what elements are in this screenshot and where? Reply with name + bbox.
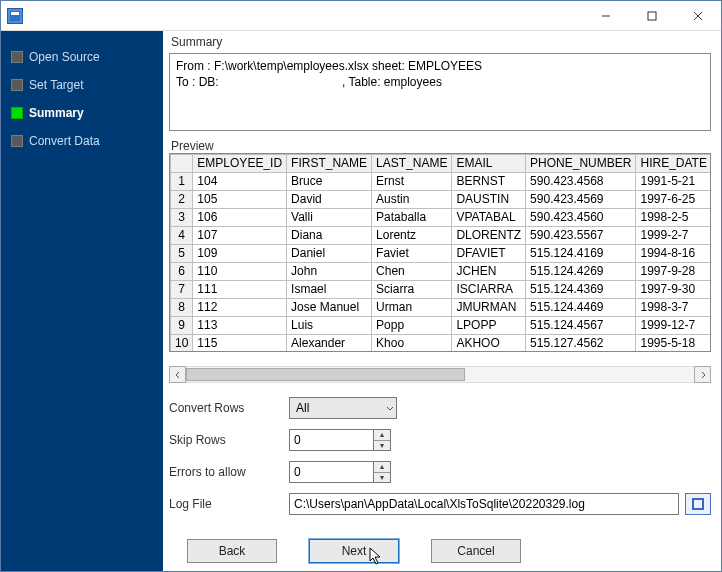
table-cell[interactable]: 1991-5-21 — [636, 172, 711, 190]
log-file-browse-button[interactable] — [685, 493, 711, 515]
table-cell[interactable]: 107 — [193, 226, 287, 244]
table-cell[interactable]: Valli — [287, 208, 372, 226]
table-cell[interactable]: 590.423.5567 — [526, 226, 636, 244]
scroll-thumb[interactable] — [186, 368, 465, 381]
close-button[interactable] — [675, 1, 721, 31]
column-header[interactable]: LAST_NAME — [372, 154, 452, 172]
table-cell[interactable]: 1998-3-7 — [636, 298, 711, 316]
preview-table[interactable]: EMPLOYEE_IDFIRST_NAMELAST_NAMEEMAILPHONE… — [169, 153, 711, 352]
back-button[interactable]: Back — [187, 539, 277, 563]
table-cell[interactable]: BERNST — [452, 172, 526, 190]
table-row[interactable]: 10115AlexanderKhooAKHOO515.127.45621995-… — [171, 334, 712, 352]
row-number[interactable]: 5 — [171, 244, 193, 262]
table-cell[interactable]: Diana — [287, 226, 372, 244]
table-row[interactable]: 9113LuisPoppLPOPP515.124.45671999-12-7FI… — [171, 316, 712, 334]
spinner-up-icon[interactable]: ▲ — [374, 462, 390, 473]
table-cell[interactable]: 111 — [193, 280, 287, 298]
table-cell[interactable]: Chen — [372, 262, 452, 280]
table-cell[interactable]: VPATABAL — [452, 208, 526, 226]
table-cell[interactable]: John — [287, 262, 372, 280]
step-summary[interactable]: Summary — [1, 99, 163, 127]
table-cell[interactable]: 515.124.4169 — [526, 244, 636, 262]
step-open-source[interactable]: Open Source — [1, 43, 163, 71]
table-row[interactable]: 7111IsmaelSciarraISCIARRA515.124.4369199… — [171, 280, 712, 298]
table-cell[interactable]: 1997-9-30 — [636, 280, 711, 298]
skip-rows-spinner[interactable]: ▲ ▼ — [289, 429, 391, 451]
spinner-down-icon[interactable]: ▼ — [374, 473, 390, 483]
table-cell[interactable]: 515.124.4369 — [526, 280, 636, 298]
cancel-button[interactable]: Cancel — [431, 539, 521, 563]
row-number[interactable]: 10 — [171, 334, 193, 352]
table-cell[interactable]: Austin — [372, 190, 452, 208]
log-file-input[interactable] — [289, 493, 679, 515]
table-cell[interactable]: Faviet — [372, 244, 452, 262]
table-cell[interactable]: LPOPP — [452, 316, 526, 334]
preview-horizontal-scrollbar[interactable] — [169, 366, 711, 383]
row-number[interactable]: 4 — [171, 226, 193, 244]
row-number[interactable]: 8 — [171, 298, 193, 316]
table-cell[interactable]: 109 — [193, 244, 287, 262]
scroll-right-icon[interactable] — [694, 366, 711, 383]
table-cell[interactable]: ISCIARRA — [452, 280, 526, 298]
errors-allow-spinner[interactable]: ▲ ▼ — [289, 461, 391, 483]
table-cell[interactable]: 590.423.4569 — [526, 190, 636, 208]
table-cell[interactable]: 1994-8-16 — [636, 244, 711, 262]
next-button[interactable]: Next — [309, 539, 399, 563]
table-row[interactable]: 5109DanielFavietDFAVIET515.124.41691994-… — [171, 244, 712, 262]
row-number[interactable]: 7 — [171, 280, 193, 298]
table-cell[interactable]: Daniel — [287, 244, 372, 262]
column-header[interactable]: EMAIL — [452, 154, 526, 172]
table-cell[interactable]: AKHOO — [452, 334, 526, 352]
table-cell[interactable]: DLORENTZ — [452, 226, 526, 244]
table-cell[interactable]: 1995-5-18 — [636, 334, 711, 352]
scroll-track[interactable] — [186, 366, 694, 383]
table-cell[interactable]: 104 — [193, 172, 287, 190]
table-cell[interactable]: JMURMAN — [452, 298, 526, 316]
spinner-down-icon[interactable]: ▼ — [374, 441, 390, 451]
table-cell[interactable]: 1997-9-28 — [636, 262, 711, 280]
table-cell[interactable]: Lorentz — [372, 226, 452, 244]
table-cell[interactable]: Alexander — [287, 334, 372, 352]
table-cell[interactable]: 112 — [193, 298, 287, 316]
column-header[interactable]: PHONE_NUMBER — [526, 154, 636, 172]
scroll-left-icon[interactable] — [169, 366, 186, 383]
row-number[interactable]: 1 — [171, 172, 193, 190]
table-cell[interactable]: Khoo — [372, 334, 452, 352]
table-cell[interactable]: 515.124.4567 — [526, 316, 636, 334]
table-cell[interactable]: 1998-2-5 — [636, 208, 711, 226]
row-number[interactable]: 3 — [171, 208, 193, 226]
table-cell[interactable]: Sciarra — [372, 280, 452, 298]
minimize-button[interactable] — [583, 1, 629, 31]
table-cell[interactable]: Urman — [372, 298, 452, 316]
column-header[interactable]: HIRE_DATE — [636, 154, 711, 172]
table-cell[interactable]: 515.124.4269 — [526, 262, 636, 280]
convert-rows-select[interactable]: All — [289, 397, 397, 419]
table-cell[interactable]: 110 — [193, 262, 287, 280]
table-row[interactable]: 2105DavidAustinDAUSTIN590.423.45691997-6… — [171, 190, 712, 208]
table-cell[interactable]: 105 — [193, 190, 287, 208]
table-cell[interactable]: 115 — [193, 334, 287, 352]
table-cell[interactable]: Ismael — [287, 280, 372, 298]
skip-rows-input[interactable] — [289, 429, 373, 451]
step-set-target[interactable]: Set Target — [1, 71, 163, 99]
table-cell[interactable]: DFAVIET — [452, 244, 526, 262]
table-row[interactable]: 3106ValliPataballaVPATABAL590.423.456019… — [171, 208, 712, 226]
table-row[interactable]: 6110JohnChenJCHEN515.124.42691997-9-28FI… — [171, 262, 712, 280]
column-header[interactable]: FIRST_NAME — [287, 154, 372, 172]
table-cell[interactable]: David — [287, 190, 372, 208]
table-row[interactable]: 8112Jose ManuelUrmanJMURMAN515.124.44691… — [171, 298, 712, 316]
table-cell[interactable]: 515.127.4562 — [526, 334, 636, 352]
table-cell[interactable]: 590.423.4568 — [526, 172, 636, 190]
spinner-up-icon[interactable]: ▲ — [374, 430, 390, 441]
table-cell[interactable]: Pataballa — [372, 208, 452, 226]
row-number[interactable]: 2 — [171, 190, 193, 208]
maximize-button[interactable] — [629, 1, 675, 31]
table-cell[interactable]: Luis — [287, 316, 372, 334]
table-cell[interactable]: Popp — [372, 316, 452, 334]
column-header[interactable]: EMPLOYEE_ID — [193, 154, 287, 172]
table-cell[interactable]: Bruce — [287, 172, 372, 190]
table-cell[interactable]: 1999-2-7 — [636, 226, 711, 244]
table-cell[interactable]: 106 — [193, 208, 287, 226]
table-row[interactable]: 4107DianaLorentzDLORENTZ590.423.55671999… — [171, 226, 712, 244]
table-cell[interactable]: 113 — [193, 316, 287, 334]
